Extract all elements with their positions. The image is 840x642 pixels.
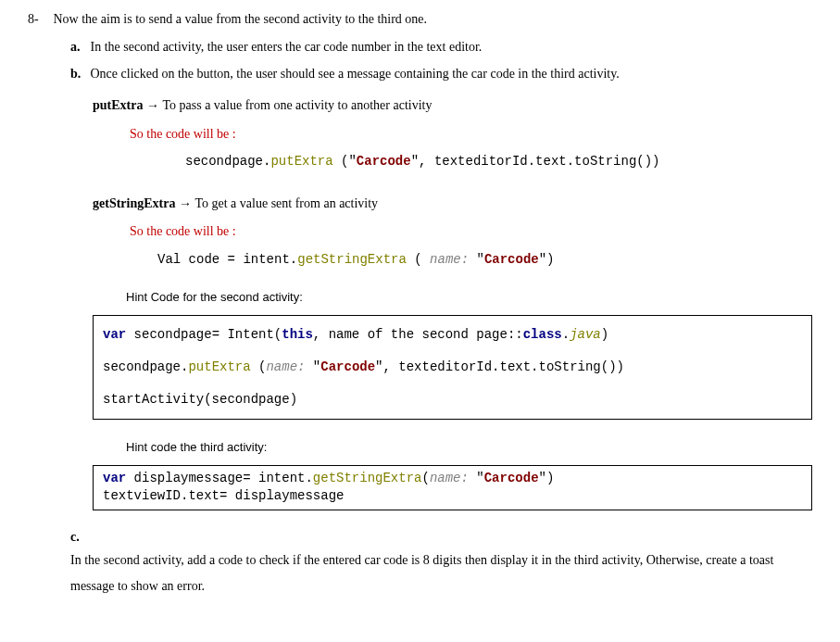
code-fn: getStringExtra [297, 252, 407, 267]
code-seg: ", texteditorId.text.toString()) [375, 359, 624, 374]
code-seg: " [469, 471, 484, 485]
code-seg: ( [407, 252, 430, 267]
code-carcode: Carcode [357, 154, 411, 169]
item-8-number: 8- [28, 9, 50, 30]
code-param: name: [430, 471, 469, 485]
code-carcode: Carcode [320, 359, 375, 374]
hint2-line3: startActivity(secondpage) [103, 388, 802, 411]
code-fn: putExtra [270, 154, 332, 169]
code-fn: getStringExtra [313, 471, 422, 485]
arrow-icon: → [175, 196, 194, 210]
hint3-line2: textviewID.text= displaymessage [103, 487, 802, 506]
code-fn: putExtra [188, 359, 250, 374]
code-kw: var [103, 471, 126, 485]
code-kw: this [282, 327, 313, 342]
code-param: name: [266, 359, 305, 374]
hint3-line1: var displaymessage= intent.getStringExtr… [103, 470, 802, 488]
putextra-desc: To pass a value from one activity to ano… [162, 98, 432, 112]
item-8c-letter: c. [70, 527, 87, 548]
code-seg: ) [601, 327, 608, 342]
code-seg: " [469, 252, 484, 267]
putextra-socode: So the code will be : [130, 124, 812, 145]
code-kw: var [103, 327, 126, 342]
hint3-codebox: var displaymessage= intent.getStringExtr… [93, 465, 812, 510]
code-seg: secondpage. [103, 359, 188, 374]
code-seg: (" [333, 154, 357, 169]
code-seg: ") [539, 252, 555, 267]
code-seg: . [562, 327, 570, 342]
getstringextra-name: getStringExtra [93, 196, 175, 210]
item-8b-text: Once clicked on the button, the user sho… [91, 67, 620, 81]
code-seg: ( [251, 359, 267, 374]
hint2-label: Hint Code for the second activity: [126, 288, 812, 308]
code-carcode: Carcode [484, 252, 539, 267]
hint2-line2: secondpage.putExtra (name: "Carcode", te… [103, 356, 802, 379]
code-seg: displaymessage= intent. [126, 471, 313, 485]
item-8b-letter: b. [70, 64, 87, 84]
code-seg: secondpage. [185, 154, 270, 169]
item-8c: c. In the second activity, add a code to… [70, 527, 812, 599]
getstringextra-socode: So the code will be : [130, 221, 812, 242]
item-8c-text: In the second activity, add a code to ch… [70, 548, 802, 599]
getstringextra-desc: To get a value sent from an activity [194, 196, 378, 210]
hint3-label: Hint code the third activity: [126, 438, 812, 458]
item-8a-letter: a. [70, 37, 87, 57]
hint2-line1: var secondpage= Intent(this, name of the… [103, 323, 802, 346]
item-8a-text: In the second activity, the user enters … [91, 40, 483, 54]
getstringextra-line: getStringExtra → To get a value sent fro… [93, 194, 812, 214]
putextra-code: secondpage.putExtra ("Carcode", textedit… [185, 152, 812, 171]
code-fn: java [570, 327, 601, 342]
putextra-name: putExtra [93, 98, 143, 112]
code-kw: class [523, 327, 562, 342]
code-seg: " [305, 359, 320, 374]
code-carcode: Carcode [484, 471, 539, 485]
item-8: 8- Now the aim is to send a value from t… [28, 9, 812, 30]
item-8-text: Now the aim is to send a value from the … [54, 12, 428, 26]
code-seg: , name of the second page:: [313, 327, 523, 342]
code-seg: ", texteditorId.text.toString()) [411, 154, 660, 169]
putextra-line: putExtra → To pass a value from one acti… [93, 95, 812, 116]
item-8b: b. Once clicked on the button, the user … [70, 64, 812, 84]
code-seg: ") [539, 471, 555, 485]
hint2-codebox: var secondpage= Intent(this, name of the… [93, 315, 812, 421]
getstringextra-code: Val code = intent.getStringExtra ( name:… [157, 250, 812, 270]
code-seg: secondpage= Intent( [126, 327, 282, 342]
code-seg: ( [421, 471, 429, 485]
code-param: name: [430, 252, 469, 267]
code-seg: Val code = intent. [157, 252, 297, 267]
arrow-icon: → [143, 98, 162, 112]
item-8a: a. In the second activity, the user ente… [70, 37, 812, 57]
